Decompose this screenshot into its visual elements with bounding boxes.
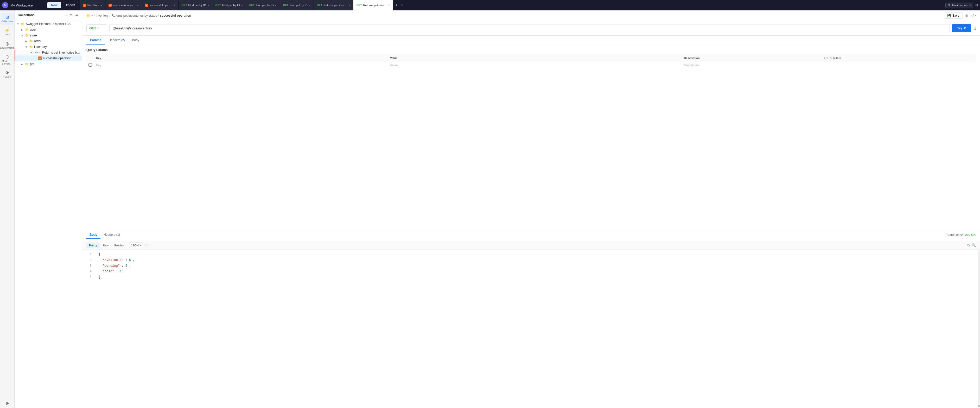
query-params-title: Query Params (86, 48, 976, 52)
filter-collections-button[interactable]: ≡ (69, 13, 72, 18)
tab-method: GET (356, 4, 362, 7)
info-button[interactable]: ℹ (974, 26, 976, 31)
tab-close-icon[interactable]: × (275, 4, 277, 7)
desc-input[interactable] (684, 64, 974, 67)
tab-close-icon[interactable]: × (173, 4, 175, 7)
resp-headers-label: Headers (103, 233, 115, 237)
breadcrumb-inventory[interactable]: inventory (96, 14, 108, 17)
import-button[interactable]: Import (63, 2, 78, 8)
format-tab-raw[interactable]: Raw (100, 243, 111, 248)
vertical-scrollbar[interactable] (978, 250, 980, 408)
collection-overflow-button[interactable]: ••• (74, 13, 79, 18)
collection-icon: 📁 (21, 22, 25, 26)
sidebar-item-history[interactable]: ⟳ History (1, 68, 14, 80)
tab-find-2[interactable]: GET Find pet by ID × (212, 0, 246, 10)
collections-icon: ⊞ (5, 14, 9, 19)
resp-tab-headers[interactable]: Headers (1) (100, 231, 123, 239)
desc-cell[interactable] (682, 62, 976, 69)
environments-label: Environments (0, 46, 14, 49)
tab-pet-store[interactable]: P Pet Store × (80, 0, 106, 10)
tree-item-inventory[interactable]: ▼ 📁 inventory (14, 44, 82, 50)
row-checkbox-cell (86, 62, 94, 69)
folder-icon: 📁 (29, 45, 33, 49)
sidebar-item-apis[interactable]: ⚡ APIs (1, 26, 14, 38)
tab-find-4[interactable]: GET Find pet by ID × (280, 0, 314, 10)
sidebar-icon-rail: ⊞ Collections ⚡ APIs ◎ Environments ⬡ Mo… (0, 10, 14, 408)
tab-body[interactable]: Body (129, 36, 143, 45)
line-num-3: 3 (86, 264, 92, 269)
format-tab-pretty[interactable]: Pretty (86, 243, 100, 248)
tree-item-swagger-root[interactable]: ▼ 📁 Swagger Petstore - OpenAPI 3.0 (14, 21, 82, 27)
tab-label: Returns pet inve… (323, 4, 347, 7)
json-format-selector[interactable]: JSON ▾ (129, 243, 143, 248)
json-sold-key: "sold" : 10 (103, 270, 123, 273)
method-selector[interactable]: GET ▾ (86, 24, 107, 32)
breadcrumb-returns[interactable]: Returns pet inventories by status (111, 14, 157, 17)
tab-example-icon: e (108, 4, 111, 7)
environment-selector[interactable]: No Environment ▾ (945, 3, 973, 8)
tab-close-icon[interactable]: × (207, 4, 209, 7)
tab-close-icon[interactable]: × (241, 4, 243, 7)
delete-button[interactable]: 🗑 (965, 14, 969, 18)
tab-collection-icon: P (83, 4, 86, 7)
tab-close-icon[interactable]: × (101, 4, 102, 7)
sidebar-item-environments[interactable]: ◎ Environments (1, 39, 14, 51)
bulk-edit-button[interactable]: Bulk Edit (830, 57, 841, 60)
search-button[interactable]: 🔍 (972, 243, 976, 248)
tab-find-3[interactable]: GET Find pet by ID × (246, 0, 280, 10)
tab-overflow-button[interactable]: ••• (400, 3, 406, 7)
tree-item-returns-inventories[interactable]: ▼ GET Returns pet inventories by … (14, 50, 82, 56)
tab-params[interactable]: Params (86, 36, 105, 45)
code-line-3: 3 "pending" : 2 , (86, 264, 976, 269)
copy-button[interactable]: ⧉ (967, 243, 970, 248)
apis-label: APIs (5, 33, 10, 36)
tab-close-icon[interactable]: × (348, 4, 350, 7)
tab-close-icon[interactable]: × (137, 4, 139, 7)
sidebar-item-mock-servers[interactable]: ⬡ Mock Servers (1, 52, 14, 67)
tree-item-pet[interactable]: ▶ 📁 pet (14, 61, 82, 67)
tab-headers[interactable]: Headers (2) (105, 36, 128, 45)
try-button[interactable]: Try ↗ (952, 24, 971, 32)
response-tabs: Body Headers (1) (86, 231, 123, 239)
sidebar-item-addons[interactable]: ⊕ (1, 399, 14, 408)
tree-item-store[interactable]: ▼ 📁 store (14, 33, 82, 38)
tab-returns-2-active[interactable]: GET Returns pet inve… × (353, 0, 393, 10)
monitor-icon[interactable]: ⊡ (975, 3, 978, 7)
request-tabs: Params Headers (2) Body (82, 36, 980, 45)
add-tab-button[interactable]: + (393, 3, 400, 8)
value-input[interactable] (390, 64, 680, 67)
sidebar-item-collections[interactable]: ⊞ Collections (1, 13, 14, 25)
tab-success-1[interactable]: e successful oper… × (105, 0, 142, 10)
environment-label: No Environment (948, 4, 968, 7)
chevron-right-icon: ▶ (21, 29, 24, 31)
tab-success-2[interactable]: e successful oper… × (142, 0, 178, 10)
tree-item-successful-operation[interactable]: e successful operation (14, 56, 82, 61)
tab-close-icon[interactable]: × (309, 4, 310, 7)
tab-find-1[interactable]: GET Find pet by ID × (178, 0, 212, 10)
tab-body-label: Body (132, 38, 139, 42)
response-header: Body Headers (1) Status code 200 OK (82, 229, 980, 241)
row-checkbox[interactable] (89, 63, 92, 67)
params-dots-button[interactable]: ••• (823, 56, 829, 60)
line-num-2: 2 (86, 257, 92, 264)
filter-button[interactable]: ⇌ (145, 243, 148, 248)
tab-label: Find pet by ID (188, 4, 206, 7)
code-view-button[interactable]: </> (970, 14, 976, 18)
resp-headers-count: (1) (116, 233, 120, 237)
tab-returns-1[interactable]: GET Returns pet inve… × (314, 0, 354, 10)
query-params-area: Query Params Key Value Description ••• B… (82, 45, 980, 229)
save-button[interactable]: 💾 Save (944, 13, 963, 19)
url-input[interactable] (109, 24, 950, 32)
key-cell[interactable] (94, 62, 388, 69)
key-input[interactable] (96, 64, 386, 67)
format-tab-preview[interactable]: Preview (111, 243, 127, 248)
collections-panel-title: Collections (18, 13, 35, 17)
tab-close-icon[interactable]: × (388, 4, 390, 7)
resp-tab-body[interactable]: Body (86, 231, 100, 239)
value-cell[interactable] (388, 62, 682, 69)
tree-item-user[interactable]: ▶ 📁 user (14, 27, 82, 33)
new-button[interactable]: New (47, 2, 61, 8)
scrollbar-bottom-indicator (978, 405, 980, 407)
add-collection-button[interactable]: + (65, 13, 68, 18)
tree-item-order[interactable]: ▶ 📁 order (14, 38, 82, 44)
